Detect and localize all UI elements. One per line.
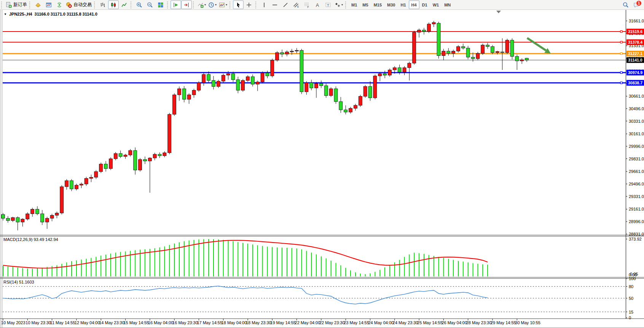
svg-text:0.05: 0.05: [630, 272, 638, 276]
auto-scroll-icon: [173, 2, 179, 8]
indicators-icon: [198, 2, 204, 8]
level-line-handle[interactable]: [620, 52, 622, 54]
timeframe-h1-label: H1: [399, 3, 407, 7]
text-button[interactable]: A: [312, 0, 323, 9]
tile-windows-button[interactable]: [155, 0, 166, 9]
svg-text:10 May 2023: 10 May 2023: [1, 320, 26, 325]
toolbar-group-grip: [131, 2, 132, 8]
templates-button[interactable]: ▾: [218, 0, 228, 9]
zoom-in-button[interactable]: [134, 0, 145, 9]
svg-text:28996.0: 28996.0: [629, 219, 644, 224]
svg-text:19 May 14:55: 19 May 14:55: [270, 320, 296, 325]
svg-text:16 May 23:30: 16 May 23:30: [172, 320, 198, 325]
timeframe-h4[interactable]: H4: [409, 0, 419, 9]
timeframe-h4-label: H4: [410, 3, 418, 7]
svg-text:50: 50: [629, 296, 633, 301]
channel-icon: E: [293, 2, 299, 8]
toolbar-group-grip: [230, 2, 231, 8]
chart-shift-icon: [183, 2, 190, 8]
notification-count-badge: 1: [636, 0, 642, 6]
text-icon: A: [314, 2, 320, 8]
timeframe-m30-label: M30: [386, 3, 397, 7]
svg-text:16 May 04:00: 16 May 04:00: [148, 320, 174, 325]
chart-shift-button[interactable]: [181, 0, 192, 9]
notifications-button[interactable]: 1: [631, 0, 642, 9]
level-line-handle[interactable]: [620, 41, 622, 43]
auto-trading-icon: [66, 2, 72, 8]
timeframe-m15[interactable]: M15: [371, 0, 384, 9]
channel-button[interactable]: E: [291, 0, 301, 9]
search-icon: [623, 2, 629, 8]
toolbar-group-grip: [167, 2, 169, 8]
level-line-handle[interactable]: [620, 71, 622, 73]
search-button[interactable]: [620, 0, 631, 9]
timeframe-d1[interactable]: D1: [419, 0, 430, 9]
signals-icon: [56, 2, 62, 8]
cursor-button[interactable]: [233, 0, 244, 9]
level-line-handle[interactable]: [620, 82, 622, 84]
timeframe-m1[interactable]: M1: [349, 0, 360, 9]
svg-text:31378.4: 31378.4: [628, 40, 642, 44]
svg-text:28831.0: 28831.0: [629, 232, 644, 236]
toolbar-group-grip: [255, 2, 257, 8]
collapse-triangle-icon[interactable]: ▼: [4, 13, 7, 16]
svg-text:28 May 23:30: 28 May 23:30: [466, 320, 492, 325]
fibonacci-button[interactable]: F: [301, 0, 312, 9]
chevron-down-icon: ▾: [215, 3, 217, 6]
bar-chart-button[interactable]: [97, 0, 108, 9]
timeframe-w1-label: W1: [431, 3, 441, 7]
level-line-handle[interactable]: [620, 31, 622, 33]
periods-icon: [208, 2, 214, 8]
timeframe-w1[interactable]: W1: [430, 0, 442, 9]
svg-text:29331.0: 29331.0: [629, 194, 644, 199]
zoom-out-button[interactable]: [145, 0, 155, 9]
svg-text:31141.0: 31141.0: [628, 58, 642, 62]
new-order-button[interactable]: 新订单: [5, 0, 28, 9]
periods-button[interactable]: ▾: [207, 0, 218, 9]
svg-text:18 May 04:00: 18 May 04:00: [222, 320, 247, 325]
auto-scroll-button[interactable]: [171, 0, 181, 9]
chat-icon: 1: [633, 2, 639, 8]
market-watch-button[interactable]: [33, 0, 43, 9]
chart-title: ▼JPN225-,H4 31166.0 31171.0 31115.8 3114…: [4, 12, 97, 16]
svg-text:0: 0: [629, 315, 631, 320]
timeframe-m5[interactable]: M5: [360, 0, 371, 9]
timeframe-m15-label: M15: [372, 3, 383, 7]
timeframe-mn[interactable]: MN: [442, 0, 453, 9]
crosshair-button[interactable]: [244, 0, 254, 9]
horizontal-line-button[interactable]: [269, 0, 280, 9]
candlestick-chart-button[interactable]: [108, 0, 119, 9]
line-chart-button[interactable]: [119, 0, 129, 9]
svg-text:18 May 23:30: 18 May 23:30: [246, 320, 271, 325]
svg-text:26 May 04:00: 26 May 04:00: [442, 320, 467, 325]
signals-button[interactable]: [54, 0, 65, 9]
chart-canvas[interactable]: 31661.031496.031331.031161.030996.030831…: [0, 0, 644, 328]
timeframe-h1[interactable]: H1: [398, 0, 408, 9]
trendline-button[interactable]: [280, 0, 291, 9]
svg-text:25 May 14:55: 25 May 14:55: [417, 320, 443, 325]
candles-chart-icon: [110, 2, 116, 8]
timeframe-m5-label: M5: [361, 3, 370, 7]
svg-text:31519.6: 31519.6: [628, 29, 642, 34]
text-label-button[interactable]: T: [323, 0, 333, 9]
navigator-button[interactable]: [43, 0, 54, 9]
indicators-button[interactable]: ▾: [196, 0, 207, 9]
timeframe-d1-label: D1: [421, 3, 429, 7]
svg-text:22 May 23:30: 22 May 23:30: [319, 320, 345, 325]
macd-indicator-label: MACD(12,26,9) 93.49 142.94: [3, 237, 58, 242]
vertical-line-button[interactable]: [259, 0, 269, 9]
new-order-icon: [6, 2, 12, 8]
svg-text:30331.0: 30331.0: [629, 119, 644, 124]
auto-trading-button[interactable]: 自动交易: [65, 0, 93, 9]
svg-text:30161.0: 30161.0: [629, 132, 644, 136]
timeframe-m30[interactable]: M30: [384, 0, 398, 9]
svg-text:29496.0: 29496.0: [629, 182, 644, 186]
svg-text:11 May 14:55: 11 May 14:55: [50, 320, 75, 325]
svg-text:12 May 04:00: 12 May 04:00: [75, 320, 100, 325]
svg-text:F: F: [308, 5, 309, 8]
line-chart-icon: [121, 2, 127, 8]
timeframe-mn-label: MN: [443, 3, 452, 7]
shapes-button[interactable]: ▾: [333, 0, 344, 9]
shapes-icon: [335, 2, 341, 8]
cursor-icon: [235, 2, 241, 8]
